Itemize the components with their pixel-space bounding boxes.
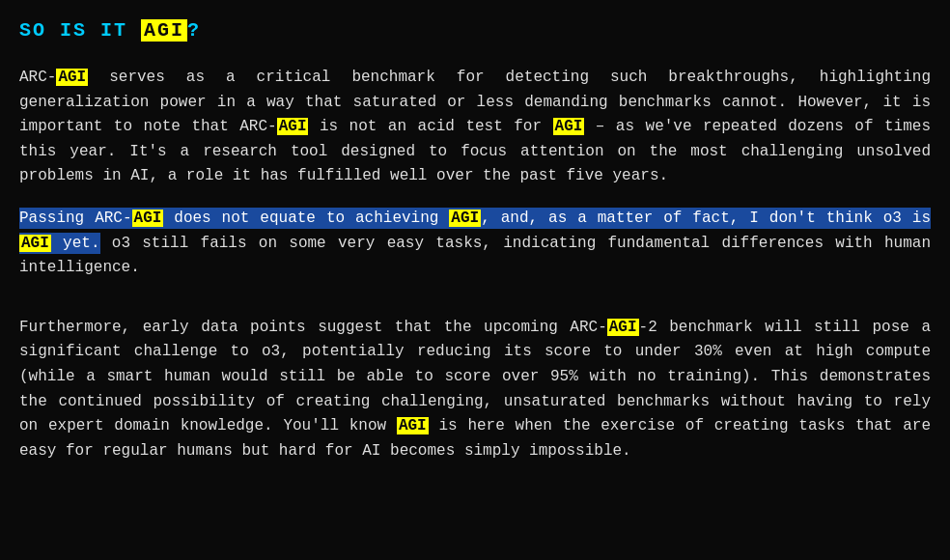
agi-tag-5: AGI xyxy=(449,210,481,227)
paragraph-1: ARC-AGI serves as a critical benchmark f… xyxy=(19,66,931,189)
page-container: SO IS IT AGI? ARC-AGI serves as a critic… xyxy=(19,15,931,463)
agi-tag-3: AGI xyxy=(553,118,585,135)
heading-agi-highlight: AGI xyxy=(141,19,187,42)
heading-prefix: SO IS IT xyxy=(19,19,141,42)
page-heading: SO IS IT AGI? xyxy=(19,15,931,46)
agi-tag-4: AGI xyxy=(132,210,164,227)
heading-suffix: ? xyxy=(187,19,201,42)
agi-tag-2: AGI xyxy=(277,118,309,135)
paragraph-spacer xyxy=(19,298,931,316)
agi-tag-6: AGI xyxy=(19,235,51,252)
paragraph-3: Furthermore, early data points suggest t… xyxy=(19,316,931,464)
agi-tag-7: AGI xyxy=(607,319,639,336)
paragraph-2: Passing ARC-AGI does not equate to achie… xyxy=(19,207,931,281)
highlighted-sentence: Passing ARC-AGI does not equate to achie… xyxy=(19,208,931,254)
agi-tag-8: AGI xyxy=(397,417,429,434)
agi-tag-1: AGI xyxy=(56,69,88,86)
